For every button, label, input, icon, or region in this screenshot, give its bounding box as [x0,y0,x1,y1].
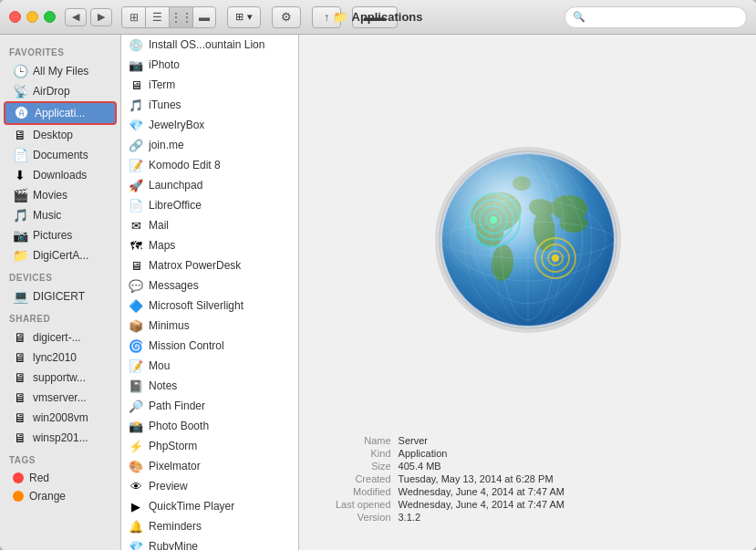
view-column-button[interactable]: ⋮⋮ [169,6,192,28]
file-item-itunes[interactable]: 🎵 iTunes [121,95,298,115]
file-name: LibreOffice [149,199,202,212]
close-button[interactable] [9,11,21,23]
file-item-iphoto[interactable]: 📷 iPhoto [121,55,298,75]
file-item-messages[interactable]: 💬 Messages [121,275,298,296]
file-item-mission-control[interactable]: 🌀 Mission Control [121,336,298,356]
sidebar-item-supportw[interactable]: 🖥 supportw... [4,368,117,388]
sidebar-item-documents[interactable]: 📄 Documents [4,145,117,165]
music-icon: 🎵 [13,208,27,223]
shared-icon: 🖥 [13,431,27,445]
sidebar-item-digicert-device[interactable]: 💻 DIGICERT [4,286,117,306]
sidebar-item-all-my-files[interactable]: 🕒 All My Files [4,61,117,81]
sidebar-item-vmserver[interactable]: 🖥 vmserver... [4,388,117,408]
sidebar-item-label: All My Files [33,65,88,78]
view-coverflow-button[interactable]: ▬ [192,6,216,28]
file-item-pixelmator[interactable]: 🎨 Pixelmator [121,456,298,476]
file-icon: 🔗 [129,138,143,152]
forward-button[interactable]: ▶ [90,8,112,26]
back-button[interactable]: ◀ [65,8,87,26]
sidebar-item-pictures[interactable]: 📷 Pictures [4,225,117,245]
sidebar-item-movies[interactable]: 🎬 Movies [4,185,117,205]
sidebar-item-digicert-dash[interactable]: 🖥 digicert-... [4,327,117,348]
pictures-icon: 📷 [13,228,27,243]
sidebar-item-red-tag[interactable]: Red [4,469,117,487]
file-item-install-os[interactable]: 💿 Install OS...ountain Lion [121,35,298,55]
file-item-phpstorm[interactable]: ⚡ PhpStorm [121,436,298,456]
documents-icon: 📄 [13,148,27,162]
file-item-quicktime[interactable]: ▶ QuickTime Player [121,496,298,516]
sidebar-item-label: Desktop [33,129,73,141]
file-item-matrox[interactable]: 🖥 Matrox PowerDesk [121,255,298,275]
file-name: Minimus [149,319,190,332]
file-icon: 🔎 [129,399,143,413]
file-item-iterm[interactable]: 🖥 iTerm [121,75,298,95]
file-item-maps[interactable]: 🗺 Maps [121,235,298,255]
file-item-komodo[interactable]: 📝 Komodo Edit 8 [121,155,298,175]
shared-icon: 🖥 [13,370,27,385]
file-item-rubymine[interactable]: 💎 RubyMine [121,536,298,550]
file-list: 💿 Install OS...ountain Lion 📷 iPhoto 🖥 i… [121,35,299,550]
file-item-notes[interactable]: 📓 Notes [121,376,298,396]
sidebar-item-orange-tag[interactable]: Orange [4,487,117,505]
action-button[interactable]: ⚙ [272,6,301,28]
file-name: iPhoto [149,58,180,71]
view-icon-button[interactable]: ⊞ [121,6,145,28]
sidebar-item-digicerta[interactable]: 📁 DigiCertA... [4,245,117,265]
file-item-photo-booth[interactable]: 📸 Photo Booth [121,416,298,436]
sidebar-item-win2008vm[interactable]: 🖥 win2008vm [4,408,117,428]
shared-icon: 🖥 [13,390,27,405]
favorites-header: FAVORITES [0,40,120,61]
name-label: Name [336,435,391,446]
red-tag-dot [13,472,24,483]
sidebar-item-airdrop[interactable]: 📡 AirDrop [4,81,117,101]
file-name: Install OS...ountain Lion [149,38,264,51]
created-value: Tuesday, May 13, 2014 at 6:28 PM [399,473,720,484]
shared-icon: 🖥 [13,410,27,425]
file-item-mou[interactable]: 📝 Mou [121,356,298,376]
search-input[interactable] [589,11,739,24]
version-value: 3.1.2 [399,512,720,523]
file-item-reminders[interactable]: 🔔 Reminders [121,516,298,536]
file-item-minimus[interactable]: 📦 Minimus [121,316,298,336]
maximize-button[interactable] [44,11,56,23]
file-icon: 🔷 [129,298,143,313]
file-item-libreoffice[interactable]: 📄 LibreOffice [121,195,298,215]
sidebar: FAVORITES 🕒 All My Files 📡 AirDrop 🅐 App… [0,35,121,550]
desktop-icon: 🖥 [13,128,27,142]
main-content: FAVORITES 🕒 All My Files 📡 AirDrop 🅐 App… [0,35,756,550]
kind-value: Application [399,448,720,459]
file-name: iTerm [149,78,175,91]
sidebar-item-label: Documents [33,149,88,161]
version-label: Version [336,512,391,523]
file-name: Reminders [149,520,202,533]
file-name: Mou [149,359,170,372]
file-item-silverlight[interactable]: 🔷 Microsoft Silverlight [121,296,298,316]
file-item-joinme[interactable]: 🔗 join.me [121,135,298,155]
last-opened-value: Wednesday, June 4, 2014 at 7:47 AM [399,499,720,510]
file-name: Path Finder [149,400,205,412]
file-item-mail[interactable]: ✉ Mail [121,215,298,235]
view-list-button[interactable]: ☰ [145,6,169,28]
sidebar-item-applications[interactable]: 🅐 Applicati... [4,101,117,125]
created-label: Created [336,473,391,484]
search-icon: 🔍 [573,11,585,23]
sidebar-item-music[interactable]: 🎵 Music [4,205,117,225]
file-item-launchpad[interactable]: 🚀 Launchpad [121,175,298,195]
sidebar-item-label: Downloads [33,169,87,182]
file-item-jewelrybox[interactable]: 💎 JewelryBox [121,115,298,135]
arrange-button[interactable]: ⊞ ▾ [227,6,261,28]
file-item-preview[interactable]: 👁 Preview [121,476,298,496]
file-item-path-finder[interactable]: 🔎 Path Finder [121,396,298,416]
sidebar-item-winsp201[interactable]: 🖥 winsp201... [4,428,117,448]
search-box[interactable]: 🔍 [564,6,747,28]
minimize-button[interactable] [26,11,38,23]
sidebar-item-downloads[interactable]: ⬇ Downloads [4,165,117,185]
file-icon: 🎨 [129,459,143,473]
modified-value: Wednesday, June 4, 2014 at 7:47 AM [399,486,720,497]
sidebar-item-lync2010[interactable]: 🖥 lync2010 [4,348,117,368]
sidebar-item-desktop[interactable]: 🖥 Desktop [4,125,117,145]
file-icon: 📝 [129,358,143,373]
arrange-label: ▾ [247,11,253,23]
applications-icon: 🅐 [15,106,29,120]
file-name: Notes [149,379,177,392]
